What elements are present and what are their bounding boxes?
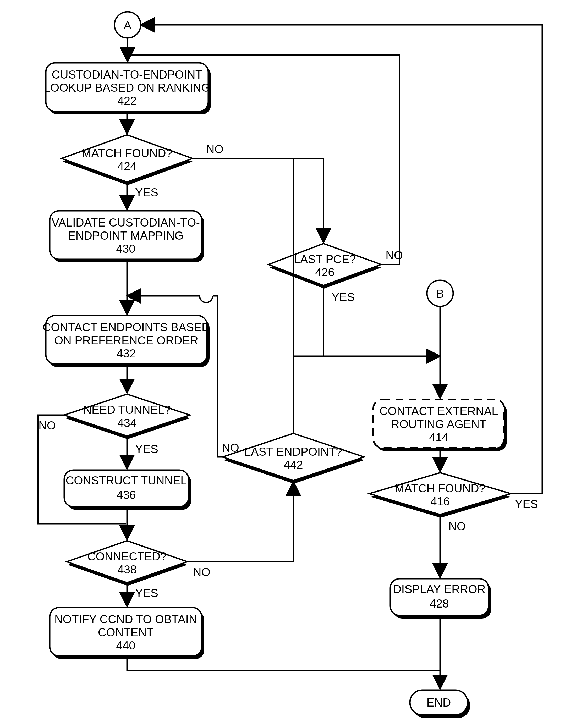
connector-a: A (115, 12, 141, 38)
edge-442-no-jump-arc (199, 296, 213, 302)
svg-text:LAST PCE?: LAST PCE? (294, 253, 356, 266)
svg-text:424: 424 (117, 160, 137, 173)
svg-text:CONSTRUCT TUNNEL: CONSTRUCT TUNNEL (66, 474, 187, 487)
svg-text:422: 422 (117, 94, 137, 107)
svg-text:NEED TUNNEL?: NEED TUNNEL? (83, 403, 171, 416)
svg-text:442: 442 (284, 458, 303, 471)
svg-text:DISPLAY ERROR: DISPLAY ERROR (393, 583, 486, 596)
svg-text:MATCH FOUND?: MATCH FOUND? (395, 482, 485, 495)
label-442-no: NO (222, 441, 239, 454)
connector-a-label: A (124, 19, 132, 32)
svg-text:ENDPOINT MAPPING: ENDPOINT MAPPING (68, 229, 184, 242)
edge-442-yes-to-414 (294, 356, 324, 433)
svg-text:END: END (427, 696, 451, 709)
connector-b-label: B (436, 287, 444, 300)
label-438-yes: YES (135, 587, 158, 600)
svg-text:434: 434 (117, 416, 137, 429)
label-438-no: NO (193, 566, 210, 579)
decision-424: MATCH FOUND? 424 (62, 135, 192, 185)
svg-text:CONTACT ENDPOINTS BASED: CONTACT ENDPOINTS BASED (43, 321, 210, 334)
svg-text:ROUTING AGENT: ROUTING AGENT (391, 418, 487, 431)
decision-442: LAST ENDPOINT? 442 (222, 433, 364, 484)
svg-text:NOTIFY CCND TO OBTAIN: NOTIFY CCND TO OBTAIN (54, 613, 197, 626)
decision-434: NEED TUNNEL? 434 (64, 394, 190, 439)
label-424-no: NO (206, 143, 224, 155)
block-422: CUSTODIAN-TO-ENDPOINT LOOKUP BASED ON RA… (44, 63, 211, 115)
block-432: CONTACT ENDPOINTS BASED ON PREFERENCE OR… (43, 316, 210, 367)
svg-text:428: 428 (429, 597, 449, 610)
terminator-end: END (410, 690, 470, 718)
block-428: DISPLAY ERROR 428 (390, 579, 491, 618)
block-430: VALIDATE CUSTODIAN-TO- ENDPOINT MAPPING … (50, 211, 204, 262)
decision-438: CONNECTED? 438 (67, 541, 187, 586)
svg-text:430: 430 (116, 242, 135, 255)
svg-text:LOOKUP BASED ON RANKING: LOOKUP BASED ON RANKING (44, 81, 210, 94)
svg-text:426: 426 (315, 266, 334, 278)
svg-text:CONNECTED?: CONNECTED? (87, 550, 167, 563)
label-426-no: NO (385, 249, 403, 262)
svg-text:438: 438 (117, 563, 137, 576)
svg-text:CUSTODIAN-TO-ENDPOINT: CUSTODIAN-TO-ENDPOINT (52, 68, 202, 81)
flowchart-diagram: A CUSTODIAN-TO-ENDPOINT LOOKUP BASED ON … (0, 0, 587, 728)
svg-text:VALIDATE CUSTODIAN-TO-: VALIDATE CUSTODIAN-TO- (52, 216, 200, 229)
edge-424-no-to-426 (192, 159, 324, 242)
svg-text:416: 416 (430, 495, 449, 508)
svg-text:CONTACT EXTERNAL: CONTACT EXTERNAL (379, 405, 498, 417)
svg-text:414: 414 (429, 431, 448, 444)
edge-442-no-jump-right (213, 296, 222, 457)
label-416-yes: YES (515, 498, 538, 510)
svg-text:440: 440 (116, 639, 135, 652)
svg-text:CONTENT: CONTENT (98, 626, 154, 639)
svg-text:MATCH FOUND?: MATCH FOUND? (82, 147, 172, 160)
label-416-no: NO (448, 520, 466, 533)
svg-text:LAST ENDPOINT?: LAST ENDPOINT? (244, 445, 342, 458)
decision-426: LAST PCE? 426 (268, 244, 381, 289)
block-436: CONSTRUCT TUNNEL 436 (64, 470, 191, 510)
label-426-yes: YES (332, 291, 355, 304)
block-440: NOTIFY CCND TO OBTAIN CONTENT 440 (50, 608, 204, 659)
svg-text:436: 436 (117, 488, 136, 501)
label-434-yes: YES (135, 442, 158, 455)
edge-438-no-to-442 (187, 482, 294, 562)
connector-b: B (427, 280, 453, 307)
label-434-no: NO (39, 419, 56, 432)
decision-416: MATCH FOUND? 416 (369, 473, 511, 518)
label-424-yes: YES (135, 186, 158, 199)
svg-text:432: 432 (117, 347, 136, 360)
block-414: CONTACT EXTERNAL ROUTING AGENT 414 (373, 399, 507, 451)
svg-text:ON PREFERENCE ORDER: ON PREFERENCE ORDER (54, 334, 198, 347)
